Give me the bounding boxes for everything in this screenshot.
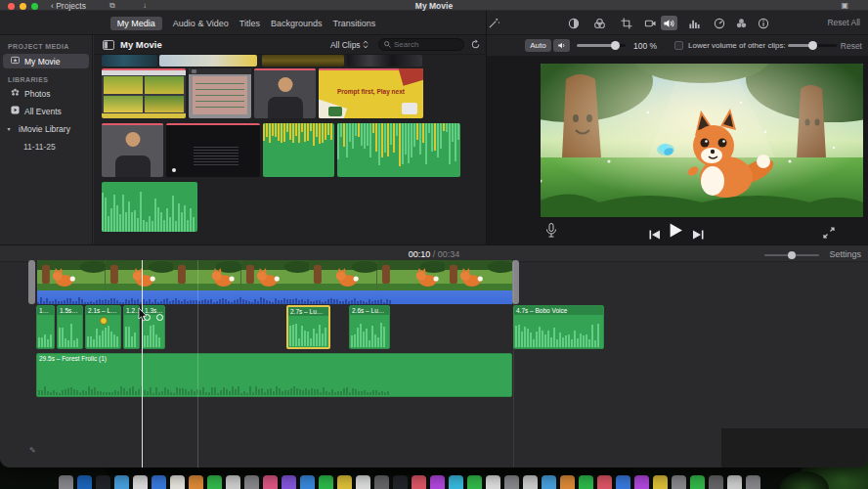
- play-button[interactable]: [669, 223, 683, 242]
- playhead[interactable]: [142, 260, 143, 467]
- dock-app-icon[interactable]: [356, 475, 370, 489]
- dock-app-icon[interactable]: [634, 475, 649, 489]
- dock-app-icon[interactable]: [133, 475, 148, 489]
- audio-clip[interactable]: 1.5s…: [57, 305, 83, 349]
- dock-app-icon[interactable]: [226, 475, 240, 489]
- sidebar-item-imovie-library[interactable]: ▾ iMovie Library: [0, 121, 92, 136]
- dock-app-icon[interactable]: [560, 475, 575, 489]
- timeline-zoom-knob[interactable]: [788, 251, 796, 259]
- media-clip-thumbnail[interactable]: [347, 55, 422, 67]
- media-clip-thumbnail-document[interactable]: [189, 68, 251, 118]
- search-input[interactable]: [394, 40, 456, 49]
- dock-app-icon[interactable]: [486, 475, 500, 489]
- video-audio-track[interactable]: [37, 290, 512, 304]
- dock-app-icon[interactable]: [449, 475, 463, 489]
- auto-volume-button[interactable]: Auto: [525, 39, 551, 52]
- reset-all-button[interactable]: Reset All: [827, 18, 860, 27]
- enhance-wand-icon[interactable]: [485, 16, 501, 30]
- media-clip-thumbnail-audio[interactable]: [102, 182, 197, 232]
- dock-app-icon[interactable]: [374, 475, 389, 489]
- fade-handle[interactable]: [156, 314, 163, 321]
- media-clip-thumbnail[interactable]: [262, 55, 344, 67]
- dock-app-icon[interactable]: [672, 475, 686, 489]
- clip-filter-dropdown[interactable]: All Clips: [330, 40, 369, 50]
- next-frame-button[interactable]: [692, 226, 704, 244]
- disclosure-chevron-icon[interactable]: ▾: [4, 124, 14, 134]
- audio-clip[interactable]: 2.6s – Lu…: [349, 305, 390, 349]
- dock-app-icon[interactable]: [709, 475, 723, 489]
- speed-icon[interactable]: [711, 16, 727, 30]
- volume-slider-knob[interactable]: [611, 41, 620, 50]
- dock-app-icon[interactable]: [77, 475, 92, 489]
- sidebar-item-all-events[interactable]: All Events: [0, 104, 92, 118]
- dock-app-icon[interactable]: [337, 475, 352, 489]
- timeline-settings-button[interactable]: Settings: [829, 249, 861, 259]
- record-voiceover-icon[interactable]: [545, 223, 557, 242]
- dock-app-icon[interactable]: [114, 475, 129, 489]
- dock-app-icon[interactable]: [504, 475, 519, 489]
- tab-titles[interactable]: Titles: [239, 19, 260, 28]
- dock-app-icon[interactable]: [690, 475, 705, 489]
- sidebar-item-photos[interactable]: Photos: [0, 86, 92, 101]
- dock-app-icon[interactable]: [542, 475, 556, 489]
- dock-app-icon[interactable]: [207, 475, 222, 489]
- volume-icon[interactable]: [661, 16, 677, 30]
- dock-app-icon[interactable]: [523, 475, 538, 489]
- clip-filter-icon[interactable]: [733, 16, 750, 30]
- search-field[interactable]: [378, 38, 464, 51]
- sidebar-toggle-icon[interactable]: [100, 37, 116, 52]
- dock-app-icon[interactable]: [393, 475, 408, 489]
- previous-frame-button[interactable]: [649, 226, 661, 244]
- dock-app-icon[interactable]: [244, 475, 259, 489]
- refresh-icon[interactable]: [467, 37, 484, 52]
- dock-app-icon[interactable]: [189, 475, 203, 489]
- dock-app-icon[interactable]: [59, 475, 73, 489]
- crop-icon[interactable]: [618, 16, 634, 30]
- dock-app-icon[interactable]: [412, 475, 426, 489]
- dock-app-icon[interactable]: [282, 475, 296, 489]
- media-clip-thumbnail-audio[interactable]: [263, 123, 334, 177]
- media-clip-thumbnail-slide[interactable]: Prompt first, Play next: [319, 68, 423, 118]
- dock-app-icon[interactable]: [746, 475, 760, 489]
- video-preview[interactable]: [541, 64, 863, 217]
- dock-app-icon[interactable]: [727, 475, 742, 489]
- noise-reduction-icon[interactable]: [686, 16, 703, 30]
- media-clip-thumbnail-terminal[interactable]: [166, 123, 260, 177]
- fullscreen-icon[interactable]: [823, 225, 835, 243]
- sidebar-item-my-movie[interactable]: My Movie: [3, 54, 89, 68]
- dock-app-icon[interactable]: [597, 475, 612, 489]
- lower-volume-slider-knob[interactable]: [808, 41, 817, 50]
- audio-clip[interactable]: 2.1s – L…: [85, 305, 121, 349]
- dock-app-icon[interactable]: [170, 475, 185, 489]
- dock-app-icon[interactable]: [616, 475, 630, 489]
- tab-audio-video[interactable]: Audio & Video: [173, 19, 229, 28]
- audio-clip[interactable]: 4.7s – Bobo Voice: [513, 305, 604, 349]
- dock-app-icon[interactable]: [300, 475, 315, 489]
- media-clip-thumbnail-presenter[interactable]: [254, 68, 316, 118]
- media-clip-thumbnail-audio[interactable]: [337, 123, 460, 177]
- lower-volume-checkbox[interactable]: [674, 41, 683, 50]
- video-filmstrip[interactable]: [37, 260, 512, 290]
- dock-app-icon[interactable]: [319, 475, 333, 489]
- dock[interactable]: [59, 475, 760, 489]
- reset-button[interactable]: Reset: [841, 41, 862, 51]
- lower-volume-slider[interactable]: [788, 44, 837, 47]
- dock-app-icon[interactable]: [653, 475, 668, 489]
- media-clip-thumbnail-presenter[interactable]: [102, 123, 163, 177]
- media-clip-thumbnail-fox-grid[interactable]: [102, 68, 186, 118]
- extensions-icon[interactable]: ▣: [841, 1, 848, 10]
- sidebar-item-library-date[interactable]: 11-11-25: [0, 139, 92, 154]
- dock-app-icon[interactable]: [430, 475, 445, 489]
- mute-button[interactable]: [553, 39, 570, 52]
- background-music-clip[interactable]: 29.5s – Forest Frolic (1): [36, 353, 512, 397]
- audio-clip-selected[interactable]: 2.7s – Lu…: [286, 305, 330, 349]
- left-trim-handle[interactable]: [28, 260, 35, 304]
- dock-app-icon[interactable]: [96, 475, 110, 489]
- tab-transitions[interactable]: Transitions: [332, 19, 375, 28]
- media-clip-thumbnail[interactable]: [159, 55, 257, 67]
- color-correction-icon[interactable]: [591, 16, 608, 30]
- stabilization-icon[interactable]: [642, 16, 659, 30]
- clip-info-icon[interactable]: [755, 16, 771, 30]
- dock-app-icon[interactable]: [263, 475, 278, 489]
- color-balance-icon[interactable]: [565, 16, 582, 30]
